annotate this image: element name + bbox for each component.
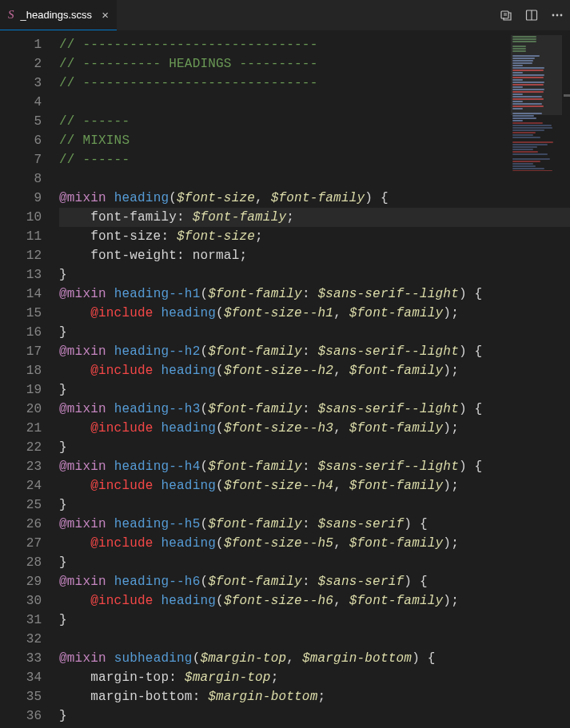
line-number: 30 [0, 591, 59, 611]
code-line[interactable]: @mixin heading($font-size, $font-family)… [59, 189, 570, 208]
tab-bar: S _headings.scss × [0, 0, 570, 30]
line-number: 16 [0, 323, 59, 342]
code-line[interactable]: // ------ [59, 112, 570, 131]
code-line[interactable]: @include heading($font-size--h5, $font-f… [59, 534, 570, 553]
line-number: 33 [0, 649, 59, 668]
code-line[interactable]: @include heading($font-size--h6, $font-f… [59, 591, 570, 611]
line-number: 9 [0, 189, 59, 208]
title-actions [500, 0, 564, 30]
more-actions-icon[interactable] [551, 9, 564, 22]
line-number: 4 [0, 93, 59, 112]
code-line[interactable]: @include heading($font-size--h4, $font-f… [59, 476, 570, 495]
code-line[interactable]: @include heading($font-size--h1, $font-f… [59, 304, 570, 323]
code-line[interactable]: margin-top: $margin-top; [59, 668, 570, 687]
code-line[interactable]: } [59, 706, 570, 726]
line-number: 8 [0, 169, 59, 189]
code-line[interactable]: @include heading($font-size--h2, $font-f… [59, 361, 570, 380]
code-line[interactable]: @include heading($font-size--h3, $font-f… [59, 419, 570, 438]
line-number: 34 [0, 668, 59, 687]
line-number: 10 [0, 208, 59, 227]
code-line[interactable]: @mixin heading--h3($font-family: $sans-s… [59, 400, 570, 419]
line-number-gutter: 1234567891011121314151617181920212223242… [0, 30, 59, 728]
code-line[interactable]: margin-bottom: $margin-bottom; [59, 687, 570, 706]
code-line[interactable]: @mixin heading--h4($font-family: $sans-s… [59, 457, 570, 476]
code-line[interactable]: } [59, 438, 570, 457]
line-number: 21 [0, 419, 59, 438]
line-number: 6 [0, 131, 59, 150]
close-icon[interactable]: × [98, 8, 109, 22]
line-number: 20 [0, 400, 59, 419]
split-editor-icon[interactable] [525, 9, 538, 22]
line-number: 18 [0, 361, 59, 380]
line-number: 7 [0, 150, 59, 169]
code-line[interactable]: @mixin heading--h6($font-family: $sans-s… [59, 572, 570, 591]
code-line[interactable]: // MIXINS [59, 131, 570, 150]
code-line[interactable]: @mixin heading--h5($font-family: $sans-s… [59, 515, 570, 534]
code-line[interactable]: font-size: $font-size; [59, 227, 570, 246]
code-line[interactable]: @mixin heading--h2($font-family: $sans-s… [59, 342, 570, 361]
code-line[interactable]: } [59, 611, 570, 630]
svg-point-3 [552, 14, 555, 17]
code-line[interactable]: } [59, 323, 570, 342]
code-line[interactable] [59, 630, 570, 649]
line-number: 36 [0, 706, 59, 726]
line-number: 22 [0, 438, 59, 457]
line-number: 32 [0, 630, 59, 649]
line-number: 29 [0, 572, 59, 591]
line-number: 12 [0, 246, 59, 265]
code-line[interactable] [59, 169, 570, 189]
code-line[interactable]: font-family: $font-family; [59, 208, 570, 227]
line-number: 31 [0, 611, 59, 630]
line-number: 17 [0, 342, 59, 361]
line-number: 3 [0, 74, 59, 93]
open-changes-icon[interactable] [500, 9, 512, 22]
line-number: 26 [0, 515, 59, 534]
code-line[interactable]: // ------------------------------ [59, 35, 570, 54]
code-line[interactable]: } [59, 265, 570, 284]
code-line[interactable]: } [59, 495, 570, 515]
line-number: 24 [0, 476, 59, 495]
line-number: 19 [0, 380, 59, 400]
line-number: 11 [0, 227, 59, 246]
line-number: 25 [0, 495, 59, 515]
code-line[interactable]: } [59, 553, 570, 572]
code-line[interactable]: @mixin heading--h1($font-family: $sans-s… [59, 284, 570, 304]
code-line[interactable] [59, 93, 570, 112]
line-number: 5 [0, 112, 59, 131]
code-line[interactable]: // ------ [59, 150, 570, 169]
line-number: 14 [0, 284, 59, 304]
line-number: 28 [0, 553, 59, 572]
code-area[interactable]: // ------------------------------// ----… [59, 30, 570, 728]
code-line[interactable]: // ---------- HEADINGS ---------- [59, 54, 570, 74]
line-number: 15 [0, 304, 59, 323]
editor-tab[interactable]: S _headings.scss × [0, 0, 117, 30]
tab-filename: _headings.scss [21, 9, 93, 21]
line-number: 1 [0, 35, 59, 54]
code-line[interactable]: @mixin subheading($margin-top, $margin-b… [59, 649, 570, 668]
line-number: 23 [0, 457, 59, 476]
code-line[interactable]: } [59, 380, 570, 400]
code-line[interactable]: // ------------------------------ [59, 74, 570, 93]
scrollbar-marker[interactable] [564, 94, 570, 97]
editor-body: 1234567891011121314151617181920212223242… [0, 30, 570, 728]
line-number: 2 [0, 54, 59, 74]
line-number: 27 [0, 534, 59, 553]
minimap-viewport[interactable] [511, 35, 562, 115]
line-number: 13 [0, 265, 59, 284]
code-line[interactable]: font-weight: normal; [59, 246, 570, 265]
line-number: 35 [0, 687, 59, 706]
svg-point-4 [556, 14, 559, 17]
minimap[interactable] [511, 35, 562, 171]
svg-point-5 [560, 14, 563, 17]
scss-file-icon: S [8, 8, 14, 22]
